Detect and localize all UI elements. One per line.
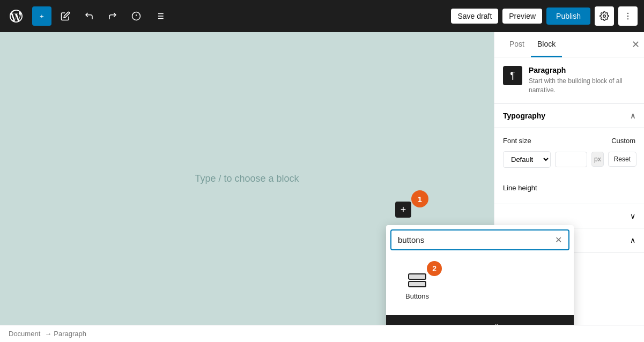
buttons-block-result[interactable]: 2 Buttons [395, 263, 440, 307]
badge-number-2: 2 [427, 261, 442, 276]
redo-button[interactable] [103, 6, 122, 26]
search-results: 2 Buttons [386, 255, 574, 311]
list-view-button[interactable] [150, 6, 169, 26]
collapsed-chevron-2-icon: ∧ [630, 236, 635, 244]
add-block-toolbar-button[interactable]: + [32, 6, 51, 26]
svg-rect-13 [409, 274, 426, 279]
font-size-unit: px [591, 152, 604, 167]
save-draft-button[interactable]: Save draft [451, 9, 498, 24]
buttons-block-label: Buttons [405, 292, 429, 300]
tab-post[interactable]: Post [503, 32, 531, 57]
font-size-controls: Default Small Medium Large px Reset [503, 151, 635, 168]
collapsed-chevron-1-icon: ∨ [630, 212, 635, 220]
paragraph-section: ¶ Paragraph Start with the building bloc… [494, 57, 644, 104]
more-options-button[interactable] [618, 6, 638, 26]
line-height-section: Line height [494, 176, 644, 204]
badge-number-1: 1 [411, 190, 428, 207]
settings-button[interactable] [595, 6, 614, 26]
search-clear-button[interactable]: ✕ [555, 235, 562, 245]
undo-button[interactable] [79, 6, 99, 26]
typography-label: Typography [503, 111, 545, 120]
collapsed-section-1[interactable]: ∨ [494, 204, 644, 228]
svg-point-12 [627, 18, 628, 19]
typography-body: Font size Custom Default Small Medium La… [494, 128, 644, 176]
font-size-select[interactable]: Default Small Medium Large [503, 151, 551, 168]
preview-button[interactable]: Preview [502, 9, 542, 24]
paragraph-title: Paragraph [529, 66, 635, 75]
buttons-block-icon [408, 270, 427, 289]
main-content: Type / to choose a block + 1 ✕ [0, 32, 644, 325]
sidebar-close-button[interactable]: ✕ [632, 39, 640, 50]
wp-logo [6, 6, 26, 26]
publish-button[interactable]: Publish [546, 8, 590, 25]
search-input-container: ✕ [390, 229, 569, 250]
block-search-input[interactable] [398, 235, 555, 244]
block-search-popup: ✕ 2 Buttons [386, 225, 574, 325]
paragraph-info: Paragraph Start with the building block … [529, 66, 635, 95]
font-size-reset-button[interactable]: Reset [608, 152, 636, 167]
tab-block[interactable]: Block [531, 32, 562, 57]
browse-all-button[interactable]: Browse all [386, 315, 574, 325]
svg-point-9 [603, 15, 606, 18]
status-paragraph: Paragraph [54, 330, 86, 338]
status-document: Document [9, 330, 40, 338]
add-block-inline-button[interactable]: + [395, 202, 411, 218]
paragraph-icon: ¶ [503, 66, 522, 85]
edit-icon-button[interactable] [56, 6, 75, 26]
toolbar-right: Save draft Preview Publish [451, 6, 638, 26]
line-height-label: Line height [503, 184, 635, 192]
status-arrow-icon: → [45, 330, 51, 338]
paragraph-header: ¶ Paragraph Start with the building bloc… [503, 66, 635, 95]
font-size-label: Font size [503, 137, 531, 145]
font-size-label-row: Font size Custom [503, 137, 635, 145]
svg-point-11 [627, 16, 628, 17]
paragraph-description: Start with the building block of all nar… [529, 77, 635, 95]
editor-area[interactable]: Type / to choose a block + 1 ✕ [0, 32, 494, 325]
svg-rect-15 [409, 281, 426, 287]
info-button[interactable] [127, 6, 146, 26]
status-bar: Document → Paragraph [0, 325, 644, 342]
editor-placeholder: Type / to choose a block [195, 173, 299, 184]
sidebar-tabs: Post Block ✕ [494, 32, 644, 57]
font-size-custom-label: Custom [611, 137, 635, 145]
svg-point-10 [627, 13, 628, 14]
typography-section-header[interactable]: Typography ∧ [494, 104, 644, 128]
toolbar: + Save draft Preview Publish [0, 0, 644, 32]
typography-chevron-icon: ∧ [630, 111, 635, 120]
font-size-custom-input[interactable] [555, 152, 587, 167]
